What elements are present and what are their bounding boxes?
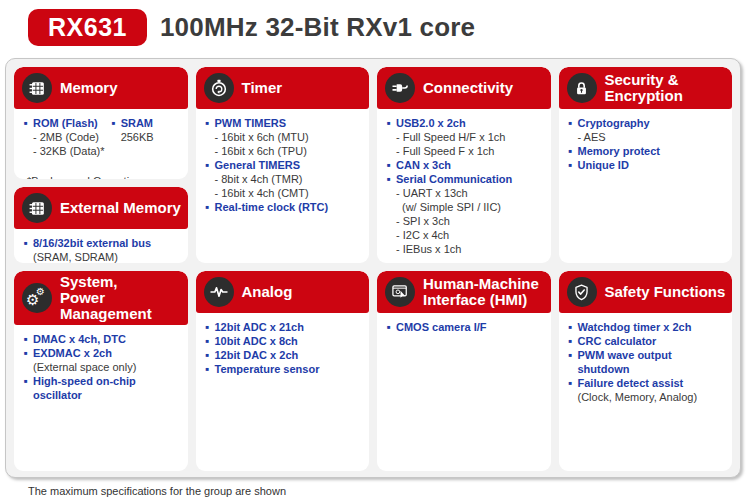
- card-feature-list: DMAC x 4ch, DTCEXDMAC x 2ch(External spa…: [14, 325, 188, 471]
- card-analog-header: Analog: [196, 271, 370, 313]
- card-analog: Analog 12bit ADC x 21ch10bit ADC x 8ch12…: [196, 271, 370, 471]
- memory-chip-icon: [22, 73, 52, 103]
- card-title: System, Power Management: [60, 274, 182, 322]
- card-title: Safety Functions: [605, 284, 726, 300]
- card-security-header: Security & Encryption: [559, 67, 733, 109]
- feature-item: Cryptography: [568, 116, 725, 130]
- card-feature-list: PWM TIMERS- 16bit x 6ch (MTU)- 16bit x 6…: [196, 109, 370, 263]
- card-feature-list: USB2.0 x 2ch- Full Speed H/F x 1ch- Full…: [377, 109, 551, 263]
- feature-item: (Clock, Memory, Analog): [568, 390, 725, 404]
- card-memory: Memory ROM (Flash)- 2MB (Code)- 32KB (Da…: [14, 67, 188, 179]
- card-feature-list: ROM (Flash)- 2MB (Code)- 32KB (Data)*: [23, 116, 111, 158]
- card-title: Human-Machine Interface (HMI): [423, 276, 539, 308]
- feature-item: - 2MB (Code): [23, 130, 111, 144]
- plug-icon: [385, 73, 415, 103]
- card-safety: Safety Functions Watchdog timer x 2chCRC…: [559, 271, 733, 471]
- touchscreen-icon: [385, 277, 415, 307]
- feature-item: - 16bit x 4ch (CMT): [205, 186, 362, 200]
- feature-item: CRC calculator: [568, 334, 725, 348]
- feature-item: 8/16/32bit external bus: [23, 236, 180, 250]
- card-title: Analog: [242, 284, 293, 300]
- card-feature-list: 12bit ADC x 21ch10bit ADC x 8ch12bit DAC…: [196, 313, 370, 471]
- card-memory-header: Memory: [14, 67, 188, 109]
- feature-item: - 8bit x 4ch (TMR): [205, 172, 362, 186]
- feature-item: - Full Speed F x 1ch: [386, 144, 543, 158]
- feature-item: Real-time clock (RTC): [205, 200, 362, 214]
- card-memory-body: ROM (Flash)- 2MB (Code)- 32KB (Data)* SR…: [14, 109, 188, 179]
- card-system-power: ⚙ ⚙ System, Power Management DMAC x 4ch,…: [14, 271, 188, 471]
- feature-item: EXDMAC x 2ch: [23, 346, 180, 360]
- feature-item: General TIMERS: [205, 158, 362, 172]
- shield-check-icon: [567, 277, 597, 307]
- feature-item: Failure detect assist: [568, 376, 725, 390]
- page-header: RX631 100MHz 32-Bit RXv1 core: [0, 0, 746, 54]
- feature-item: DMAC x 4ch, DTC: [23, 332, 180, 346]
- feature-item: - UART x 13ch: [386, 186, 543, 200]
- feature-item: Unique ID: [568, 158, 725, 172]
- card-feature-list: Watchdog timer x 2chCRC calculatorPWM wa…: [559, 313, 733, 471]
- feature-item: - 16bit x 6ch (TPU): [205, 144, 362, 158]
- card-feature-list: SRAM256KB: [111, 116, 180, 158]
- feature-item: (SRAM, SDRAM): [23, 250, 180, 263]
- feature-item: 10bit ADC x 8ch: [205, 334, 362, 348]
- waveform-icon: [204, 277, 234, 307]
- card-security: Security & Encryption Cryptography- AESM…: [559, 67, 733, 263]
- card-external-memory: External Memory 8/16/32bit external bus(…: [14, 187, 188, 263]
- feature-item: PWM wave output shutdown: [568, 348, 725, 376]
- feature-item: - AES: [568, 130, 725, 144]
- stopwatch-icon: [204, 73, 234, 103]
- feature-item: 12bit ADC x 21ch: [205, 320, 362, 334]
- feature-item: SRAM: [111, 116, 180, 130]
- feature-item: - IEBus x 1ch: [386, 242, 543, 256]
- card-safety-header: Safety Functions: [559, 271, 733, 313]
- feature-item: (w/ Simple SPI / IIC): [386, 200, 543, 214]
- card-feature-list: 8/16/32bit external bus(SRAM, SDRAM): [14, 229, 188, 263]
- memory-column: Memory ROM (Flash)- 2MB (Code)- 32KB (Da…: [14, 67, 188, 263]
- card-timer: Timer PWM TIMERS- 16bit x 6ch (MTU)- 16b…: [196, 67, 370, 263]
- feature-item: CMOS camera I/F: [386, 320, 543, 334]
- feature-item: Memory protect: [568, 144, 725, 158]
- memory-chip-icon: [22, 193, 52, 223]
- card-external-memory-header: External Memory: [14, 187, 188, 229]
- feature-item: - Full Speed H/F x 1ch: [386, 130, 543, 144]
- memory-columns: ROM (Flash)- 2MB (Code)- 32KB (Data)* SR…: [23, 116, 180, 158]
- page-title: 100MHz 32-Bit RXv1 core: [160, 12, 475, 43]
- feature-item: CAN x 3ch: [386, 158, 543, 172]
- lock-icon: [567, 73, 597, 103]
- card-feature-list: Cryptography- AESMemory protectUnique ID: [559, 109, 733, 263]
- card-connectivity: Connectivity USB2.0 x 2ch- Full Speed H/…: [377, 67, 551, 263]
- footnote: The maximum specifications for the group…: [0, 478, 746, 497]
- product-badge: RX631: [28, 9, 147, 46]
- feature-item: (External space only): [23, 360, 180, 374]
- card-title: Connectivity: [423, 80, 513, 96]
- card-hmi-header: Human-Machine Interface (HMI): [377, 271, 551, 313]
- feature-item: 12bit DAC x 2ch: [205, 348, 362, 362]
- card-grid: Memory ROM (Flash)- 2MB (Code)- 32KB (Da…: [14, 67, 732, 471]
- gears-icon: ⚙ ⚙: [22, 283, 52, 313]
- feature-item: - 16bit x 6ch (MTU): [205, 130, 362, 144]
- card-timer-header: Timer: [196, 67, 370, 109]
- feature-item: - SPI x 3ch: [386, 214, 543, 228]
- feature-item: Serial Communication: [386, 172, 543, 186]
- feature-item: 256KB: [111, 130, 180, 144]
- memory-footnote: *Background Operation: [23, 174, 180, 179]
- feature-item: USB2.0 x 2ch: [386, 116, 543, 130]
- feature-item: Temperature sensor: [205, 362, 362, 376]
- card-connectivity-header: Connectivity: [377, 67, 551, 109]
- feature-item: High-speed on-chip oscillator: [23, 374, 180, 402]
- card-system-power-header: ⚙ ⚙ System, Power Management: [14, 271, 188, 325]
- feature-item: - I2C x 4ch: [386, 228, 543, 242]
- feature-item: - 32KB (Data)*: [23, 144, 111, 158]
- card-title: Memory: [60, 80, 118, 96]
- feature-item: Watchdog timer x 2ch: [568, 320, 725, 334]
- card-title: External Memory: [60, 200, 181, 216]
- spec-panel: Memory ROM (Flash)- 2MB (Code)- 32KB (Da…: [5, 58, 741, 478]
- card-title: Security & Encryption: [605, 72, 683, 104]
- feature-item: ROM (Flash): [23, 116, 111, 130]
- card-hmi: Human-Machine Interface (HMI) CMOS camer…: [377, 271, 551, 471]
- feature-item: PWM TIMERS: [205, 116, 362, 130]
- card-feature-list: CMOS camera I/F: [377, 313, 551, 471]
- card-title: Timer: [242, 80, 283, 96]
